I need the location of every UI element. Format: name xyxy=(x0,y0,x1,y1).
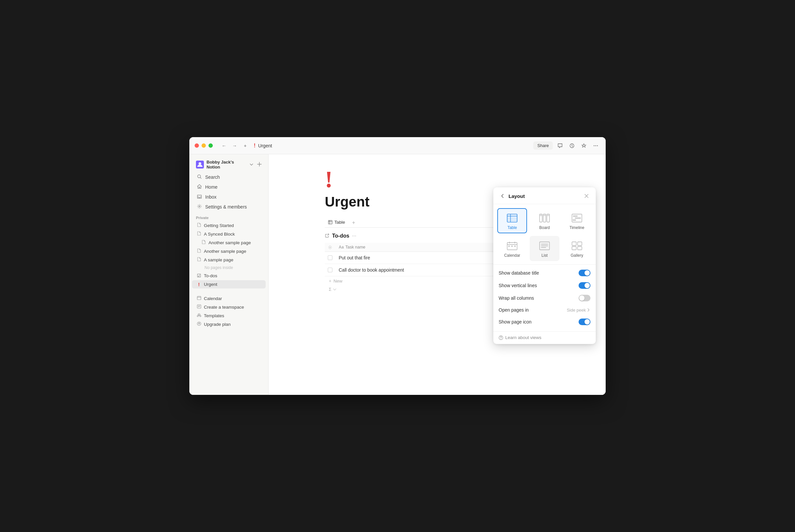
svg-point-15 xyxy=(329,247,331,248)
svg-point-2 xyxy=(595,145,597,146)
layout-option-list[interactable]: List xyxy=(530,236,560,261)
minimize-button[interactable] xyxy=(202,144,206,148)
svg-rect-31 xyxy=(508,246,510,247)
database-more-button[interactable]: ··· xyxy=(352,233,356,239)
teamspace-icon xyxy=(196,304,202,310)
database-link-icon xyxy=(325,233,329,239)
sidebar-page-sample[interactable]: A sample page xyxy=(192,256,266,264)
titlebar-actions: Share xyxy=(533,141,600,150)
layout-option-label: Timeline xyxy=(570,225,585,230)
chevron-right-icon xyxy=(587,308,590,312)
forward-button[interactable]: → xyxy=(230,141,239,150)
svg-rect-23 xyxy=(540,215,542,216)
inbox-icon xyxy=(196,194,203,200)
sidebar-item-templates[interactable]: Templates xyxy=(192,311,266,320)
comment-button[interactable] xyxy=(555,141,565,150)
page-label: Calendar xyxy=(204,296,222,301)
list-layout-icon xyxy=(538,241,551,251)
layout-option-label: List xyxy=(542,253,548,258)
back-button[interactable]: ← xyxy=(220,141,229,150)
sidebar-page-urgent[interactable]: ! Urgent xyxy=(192,280,266,288)
layout-option-calendar[interactable]: Calendar xyxy=(497,236,527,261)
layout-option-label: Table xyxy=(508,225,517,230)
svg-rect-32 xyxy=(511,246,513,247)
toggle-knob xyxy=(585,283,590,288)
templates-icon xyxy=(196,313,202,318)
sidebar-page-another-sub[interactable]: Another sample page xyxy=(192,239,266,247)
share-button[interactable]: Share xyxy=(533,141,553,150)
layout-option-gallery[interactable]: Gallery xyxy=(562,236,592,261)
svg-point-11 xyxy=(200,316,201,317)
learn-views-link[interactable]: Learn about views xyxy=(498,335,590,340)
sidebar-item-teamspace[interactable]: Create a teamspace xyxy=(192,303,266,311)
row-checkbox[interactable] xyxy=(325,253,335,263)
toggle-vertical-lines[interactable] xyxy=(579,282,590,289)
svg-rect-29 xyxy=(573,220,576,221)
layout-option-timeline[interactable]: Timeline xyxy=(562,208,592,233)
th-checkbox xyxy=(325,243,335,251)
toggle-wrap-columns[interactable] xyxy=(579,295,590,301)
toggle-show-title[interactable] xyxy=(579,270,590,276)
workspace-selector[interactable]: Bobby Jack's Notion xyxy=(192,158,266,171)
toggle-page-icon[interactable] xyxy=(579,319,590,325)
toggle-knob xyxy=(579,296,585,301)
layout-panel: Layout Table xyxy=(493,187,596,344)
history-button[interactable] xyxy=(567,141,576,150)
layout-option-board[interactable]: Board xyxy=(530,208,560,233)
close-button[interactable] xyxy=(195,144,199,148)
page-icon xyxy=(196,223,202,228)
layout-option-table[interactable]: Table xyxy=(497,208,527,233)
sidebar-page-todos[interactable]: ☑ To-dos xyxy=(192,272,266,280)
row-task-name[interactable]: Put out that fire xyxy=(335,252,497,263)
sidebar-item-upgrade[interactable]: Upgrade plan xyxy=(192,320,266,328)
layout-option-label: Gallery xyxy=(571,253,583,258)
svg-point-1 xyxy=(594,145,595,146)
sidebar-item-settings[interactable]: Settings & members xyxy=(192,202,266,211)
add-page-button[interactable]: + xyxy=(241,141,250,150)
svg-rect-25 xyxy=(547,215,549,216)
add-view-button[interactable]: + xyxy=(349,219,358,227)
svg-rect-35 xyxy=(572,242,576,246)
board-layout-icon xyxy=(538,213,551,223)
row-task-name[interactable]: Call doctor to book appointment xyxy=(335,265,497,275)
sidebar-item-search[interactable]: Search xyxy=(192,172,266,182)
svg-point-6 xyxy=(198,206,200,207)
chevron-down-icon xyxy=(249,162,254,167)
page-label: Upgrade plan xyxy=(204,322,231,327)
panel-back-button[interactable] xyxy=(498,192,507,200)
layout-option-label: Board xyxy=(539,225,550,230)
gallery-layout-icon xyxy=(570,241,584,251)
row-checkbox[interactable] xyxy=(325,265,335,275)
sidebar-item-inbox[interactable]: Inbox xyxy=(192,192,266,202)
page-title-bar: ! Urgent xyxy=(254,143,529,149)
page-label: Another sample page xyxy=(208,240,251,245)
panel-close-button[interactable] xyxy=(583,192,590,200)
panel-header: Layout xyxy=(493,187,596,204)
sidebar-page-getting-started[interactable]: Getting Started xyxy=(192,222,266,229)
tab-table-label: Table xyxy=(335,220,345,225)
tab-table[interactable]: Table xyxy=(325,218,348,227)
svg-rect-7 xyxy=(197,297,201,300)
checkbox[interactable] xyxy=(328,268,333,272)
checkbox[interactable] xyxy=(328,255,333,260)
database-title: To-dos xyxy=(332,233,349,239)
sidebar-item-calendar[interactable]: Calendar xyxy=(192,294,266,302)
sidebar-page-synced-block[interactable]: A Synced Block xyxy=(192,230,266,238)
sidebar-item-home[interactable]: Home xyxy=(192,183,266,192)
svg-rect-33 xyxy=(514,246,516,247)
new-page-icon[interactable] xyxy=(257,162,262,168)
upgrade-icon xyxy=(196,322,202,327)
page-label: Templates xyxy=(204,313,224,318)
setting-page-icon: Show page icon xyxy=(493,316,596,328)
maximize-button[interactable] xyxy=(208,144,213,148)
sidebar-page-another-sample[interactable]: Another sample page xyxy=(192,247,266,255)
setting-open-pages[interactable]: Open pages in Side peek xyxy=(493,304,596,316)
layout-option-label: Calendar xyxy=(504,253,520,258)
chevron-down-icon xyxy=(333,287,337,291)
setting-wrap-columns: Wrap all columns xyxy=(493,292,596,304)
sidebar-item-label: Home xyxy=(205,184,217,190)
more-button[interactable] xyxy=(591,141,600,150)
sidebar-item-label: Search xyxy=(205,174,220,180)
setting-label: Open pages in xyxy=(498,307,567,312)
favorite-button[interactable] xyxy=(579,141,588,150)
